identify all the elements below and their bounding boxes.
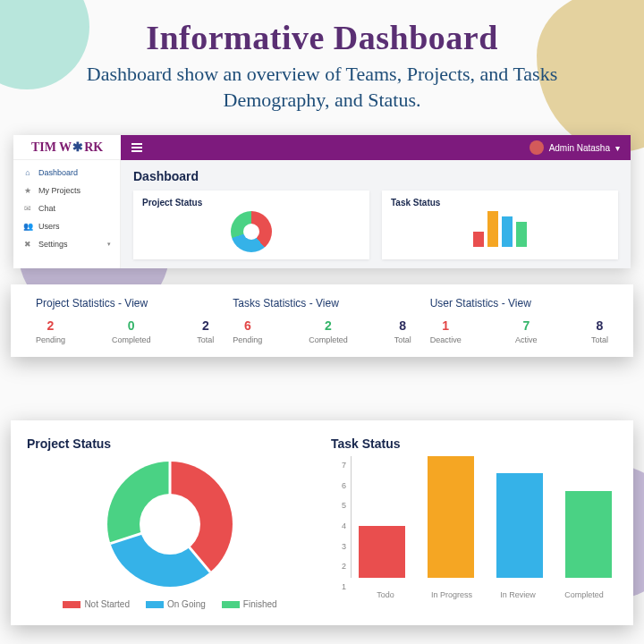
sidebar-item-label: Dashboard	[38, 168, 78, 177]
stat-label: Total	[591, 335, 608, 344]
stat-pending: 6Pending	[233, 318, 262, 344]
y-tick: 7	[332, 461, 346, 470]
bar-label: Todo	[362, 590, 409, 599]
sidebar-item-users[interactable]: 👥Users	[13, 217, 120, 235]
stats-numbers: 1Deactive7Active8Total	[430, 318, 608, 344]
logo-star-icon: ✱	[72, 140, 83, 155]
stat-label: Total	[394, 335, 411, 344]
stat-total: 2Total	[197, 318, 214, 344]
header-bar: Admin Natasha ▾	[121, 135, 631, 160]
y-tick: 6	[332, 481, 346, 490]
stat-label: Completed	[112, 335, 151, 344]
logo[interactable]: TIM W✱RK	[13, 135, 121, 160]
mini-bar	[473, 232, 484, 247]
y-tick: 2	[332, 562, 346, 571]
stats-numbers: 2Pending0Completed2Total	[36, 318, 214, 344]
stats-numbers: 6Pending2Completed8Total	[233, 318, 411, 344]
charts-panel: Project Status Not StartedOn GoingFinish…	[11, 420, 633, 625]
stats-title[interactable]: Tasks Statistics - View	[233, 297, 411, 309]
stat-number: 8	[394, 318, 411, 333]
legend-item: Not Started	[63, 599, 130, 609]
sidebar-item-label: Settings	[38, 240, 68, 249]
sidebar-item-label: My Projects	[38, 186, 80, 195]
logo-text-pre: TIM W	[31, 140, 72, 155]
users-icon: 👥	[22, 222, 33, 231]
stat-label: Total	[197, 335, 214, 344]
panel-title: Project Status	[27, 436, 313, 451]
main-content: Dashboard Project Status Task Status	[121, 160, 631, 268]
stat-number: 7	[515, 318, 538, 333]
user-menu[interactable]: Admin Natasha ▾	[530, 140, 620, 155]
sidebar-item-label: Chat	[38, 204, 55, 213]
sidebar: ⌂Dashboard★My Projects✉Chat👥Users✖Settin…	[13, 160, 121, 268]
task-status-panel: Task Status 7654321 TodoIn ProgressIn Re…	[331, 436, 617, 609]
mini-bar	[487, 211, 498, 247]
chevron-down-icon: ▾	[615, 143, 620, 153]
stats-title[interactable]: Project Statistics - View	[36, 297, 214, 309]
gear-icon: ✖	[22, 240, 33, 249]
user-name: Admin Natasha	[549, 143, 610, 153]
stat-label: Active	[515, 335, 538, 344]
hero-subtitle: Dashboard show an overview of Teams, Pro…	[54, 62, 590, 113]
stat-label: Pending	[233, 335, 262, 344]
chat-icon: ✉	[22, 204, 33, 213]
stat-number: 8	[591, 318, 608, 333]
mini-bar	[516, 222, 527, 248]
bar-label: Completed	[561, 590, 607, 599]
sidebar-item-label: Users	[38, 222, 60, 231]
logo-text-post: RK	[84, 140, 103, 155]
stat-label: Completed	[309, 335, 348, 344]
bar-in-review	[496, 473, 543, 578]
stat-number: 0	[112, 318, 151, 333]
bar-labels: TodoIn ProgressIn ReviewCompleted	[352, 590, 617, 599]
stat-completed: 0Completed	[112, 318, 151, 344]
app-frame: TIM W✱RK Admin Natasha ▾ ⌂Dashboard★My P…	[13, 135, 631, 268]
legend-swatch	[222, 601, 240, 608]
hero-title: Informative Dashboard	[54, 18, 590, 57]
project-status-card: Project Status	[133, 191, 369, 259]
stat-total: 8Total	[591, 318, 608, 344]
stat-label: Deactive	[430, 335, 462, 344]
legend-item: Finished	[222, 599, 277, 609]
panel-title: Task Status	[331, 436, 617, 451]
task-status-bars-mini	[391, 211, 609, 247]
app-body: ⌂Dashboard★My Projects✉Chat👥Users✖Settin…	[13, 160, 631, 268]
stat-number: 2	[197, 318, 214, 333]
chevron-down-icon: ▾	[107, 241, 111, 248]
bar-label: In Progress	[428, 590, 475, 599]
sidebar-item-chat[interactable]: ✉Chat	[13, 199, 120, 217]
page-title: Dashboard	[133, 169, 618, 183]
y-tick: 3	[332, 542, 346, 551]
stat-label: Pending	[36, 335, 65, 344]
menu-toggle-icon[interactable]	[131, 143, 142, 152]
stat-active: 7Active	[515, 318, 538, 344]
project-status-donut-mini	[231, 211, 272, 252]
stat-number: 2	[36, 318, 65, 333]
avatar	[530, 140, 544, 155]
y-tick: 4	[332, 521, 346, 530]
sidebar-item-my-projects[interactable]: ★My Projects	[13, 182, 120, 199]
stat-deactive: 1Deactive	[430, 318, 462, 344]
hero-section: Informative Dashboard Dashboard show an …	[0, 0, 644, 126]
y-tick: 1	[332, 582, 346, 591]
stat-number: 1	[430, 318, 462, 333]
project-status-panel: Project Status Not StartedOn GoingFinish…	[27, 436, 313, 609]
stat-number: 2	[309, 318, 348, 333]
home-icon: ⌂	[22, 168, 33, 177]
stats-title[interactable]: User Statistics - View	[430, 297, 608, 309]
card-title: Task Status	[391, 198, 609, 208]
mini-bar	[502, 216, 513, 247]
star-icon: ★	[22, 186, 33, 195]
sidebar-item-dashboard[interactable]: ⌂Dashboard	[13, 164, 120, 182]
project-status-donut	[107, 462, 233, 587]
stat-number: 6	[233, 318, 262, 333]
sidebar-item-settings[interactable]: ✖Settings▾	[13, 235, 120, 253]
donut-legend: Not StartedOn GoingFinished	[63, 599, 276, 609]
stats-block: Project Statistics - View2Pending0Comple…	[27, 297, 223, 344]
stats-block: User Statistics - View1Deactive7Active8T…	[420, 297, 617, 344]
legend-item: On Going	[146, 599, 206, 609]
bar-label: In Review	[495, 590, 541, 599]
bar-in-progress	[428, 456, 474, 578]
card-title: Project Status	[142, 198, 360, 208]
bar-completed	[565, 491, 612, 578]
